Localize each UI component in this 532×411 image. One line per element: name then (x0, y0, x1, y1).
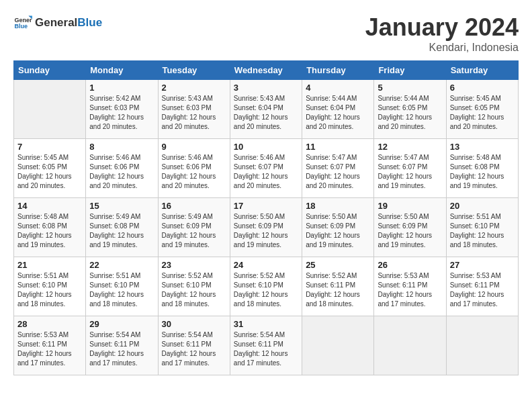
calendar-cell: 16Sunrise: 5:49 AM Sunset: 6:09 PM Dayli… (158, 198, 230, 257)
day-number: 25 (306, 260, 370, 270)
calendar-cell: 28Sunrise: 5:53 AM Sunset: 6:11 PM Dayli… (14, 316, 86, 375)
day-info: Sunrise: 5:51 AM Sunset: 6:10 PM Dayligh… (17, 271, 82, 309)
day-info: Sunrise: 5:50 AM Sunset: 6:09 PM Dayligh… (234, 212, 298, 250)
calendar-cell: 4Sunrise: 5:44 AM Sunset: 6:04 PM Daylig… (302, 80, 374, 139)
calendar-cell: 10Sunrise: 5:46 AM Sunset: 6:07 PM Dayli… (230, 139, 302, 198)
calendar-cell: 27Sunrise: 5:53 AM Sunset: 6:11 PM Dayli… (446, 257, 518, 316)
header-wednesday: Wednesday (230, 61, 302, 80)
logo: General Blue GeneralBlue (13, 13, 102, 32)
day-number: 20 (450, 201, 515, 211)
day-number: 2 (162, 83, 226, 93)
day-number: 19 (378, 201, 442, 211)
logo-text: GeneralBlue (35, 17, 102, 30)
day-info: Sunrise: 5:52 AM Sunset: 6:10 PM Dayligh… (234, 271, 298, 309)
calendar-cell: 24Sunrise: 5:52 AM Sunset: 6:10 PM Dayli… (230, 257, 302, 316)
calendar-cell: 25Sunrise: 5:52 AM Sunset: 6:11 PM Dayli… (302, 257, 374, 316)
calendar-cell: 7Sunrise: 5:45 AM Sunset: 6:05 PM Daylig… (14, 139, 86, 198)
day-info: Sunrise: 5:46 AM Sunset: 6:07 PM Dayligh… (234, 153, 298, 191)
day-info: Sunrise: 5:49 AM Sunset: 6:08 PM Dayligh… (89, 212, 154, 250)
day-number: 3 (234, 83, 298, 93)
day-number: 7 (17, 142, 82, 152)
calendar-cell: 29Sunrise: 5:54 AM Sunset: 6:11 PM Dayli… (86, 316, 158, 375)
day-number: 26 (378, 260, 442, 270)
calendar-cell: 14Sunrise: 5:48 AM Sunset: 6:08 PM Dayli… (14, 198, 86, 257)
logo-general: General (35, 16, 77, 29)
day-number: 9 (162, 142, 226, 152)
day-info: Sunrise: 5:53 AM Sunset: 6:11 PM Dayligh… (450, 271, 515, 309)
logo-icon: General Blue (13, 13, 32, 32)
calendar-cell: 13Sunrise: 5:48 AM Sunset: 6:08 PM Dayli… (446, 139, 518, 198)
day-number: 5 (378, 83, 442, 93)
day-number: 6 (450, 83, 515, 93)
day-info: Sunrise: 5:43 AM Sunset: 6:03 PM Dayligh… (162, 94, 226, 132)
day-number: 18 (306, 201, 370, 211)
calendar-cell (14, 80, 86, 139)
calendar-cell: 30Sunrise: 5:54 AM Sunset: 6:11 PM Dayli… (158, 316, 230, 375)
header-monday: Monday (86, 61, 158, 80)
calendar-week-row: 28Sunrise: 5:53 AM Sunset: 6:11 PM Dayli… (14, 316, 519, 375)
day-info: Sunrise: 5:47 AM Sunset: 6:07 PM Dayligh… (378, 153, 442, 191)
day-number: 14 (17, 201, 82, 211)
day-number: 21 (17, 260, 82, 270)
calendar-week-row: 14Sunrise: 5:48 AM Sunset: 6:08 PM Dayli… (14, 198, 519, 257)
day-info: Sunrise: 5:51 AM Sunset: 6:10 PM Dayligh… (89, 271, 154, 309)
logo-blue: Blue (77, 16, 102, 29)
day-number: 8 (89, 142, 154, 152)
calendar-cell: 11Sunrise: 5:47 AM Sunset: 6:07 PM Dayli… (302, 139, 374, 198)
calendar-cell: 12Sunrise: 5:47 AM Sunset: 6:07 PM Dayli… (374, 139, 446, 198)
day-number: 11 (306, 142, 370, 152)
calendar-cell: 31Sunrise: 5:54 AM Sunset: 6:11 PM Dayli… (230, 316, 302, 375)
calendar-title: January 2024 (365, 13, 519, 42)
day-number: 24 (234, 260, 298, 270)
calendar-cell: 9Sunrise: 5:46 AM Sunset: 6:06 PM Daylig… (158, 139, 230, 198)
calendar-cell: 15Sunrise: 5:49 AM Sunset: 6:08 PM Dayli… (86, 198, 158, 257)
calendar-cell: 20Sunrise: 5:51 AM Sunset: 6:10 PM Dayli… (446, 198, 518, 257)
day-number: 28 (17, 319, 82, 329)
svg-text:Blue: Blue (14, 23, 28, 30)
day-info: Sunrise: 5:45 AM Sunset: 6:05 PM Dayligh… (17, 153, 82, 191)
calendar-cell: 1Sunrise: 5:42 AM Sunset: 6:03 PM Daylig… (86, 80, 158, 139)
header-sunday: Sunday (14, 61, 86, 80)
day-info: Sunrise: 5:50 AM Sunset: 6:09 PM Dayligh… (306, 212, 370, 250)
day-info: Sunrise: 5:52 AM Sunset: 6:10 PM Dayligh… (162, 271, 226, 309)
calendar-table: SundayMondayTuesdayWednesdayThursdayFrid… (13, 60, 519, 375)
header-thursday: Thursday (302, 61, 374, 80)
calendar-cell: 2Sunrise: 5:43 AM Sunset: 6:03 PM Daylig… (158, 80, 230, 139)
calendar-cell: 6Sunrise: 5:45 AM Sunset: 6:05 PM Daylig… (446, 80, 518, 139)
day-number: 31 (234, 319, 298, 329)
day-number: 15 (89, 201, 154, 211)
day-info: Sunrise: 5:46 AM Sunset: 6:06 PM Dayligh… (162, 153, 226, 191)
svg-text:General: General (14, 17, 32, 24)
calendar-week-row: 21Sunrise: 5:51 AM Sunset: 6:10 PM Dayli… (14, 257, 519, 316)
calendar-cell (374, 316, 446, 375)
day-number: 10 (234, 142, 298, 152)
day-info: Sunrise: 5:48 AM Sunset: 6:08 PM Dayligh… (17, 212, 82, 250)
day-number: 13 (450, 142, 515, 152)
day-info: Sunrise: 5:44 AM Sunset: 6:04 PM Dayligh… (306, 94, 370, 132)
header-friday: Friday (374, 61, 446, 80)
day-info: Sunrise: 5:53 AM Sunset: 6:11 PM Dayligh… (17, 330, 82, 368)
day-info: Sunrise: 5:50 AM Sunset: 6:09 PM Dayligh… (378, 212, 442, 250)
header-tuesday: Tuesday (158, 61, 230, 80)
calendar-cell (446, 316, 518, 375)
day-info: Sunrise: 5:45 AM Sunset: 6:05 PM Dayligh… (450, 94, 515, 132)
calendar-week-row: 1Sunrise: 5:42 AM Sunset: 6:03 PM Daylig… (14, 80, 519, 139)
calendar-cell: 22Sunrise: 5:51 AM Sunset: 6:10 PM Dayli… (86, 257, 158, 316)
title-block: January 2024 Kendari, Indonesia (365, 13, 519, 54)
day-info: Sunrise: 5:53 AM Sunset: 6:11 PM Dayligh… (378, 271, 442, 309)
calendar-cell: 17Sunrise: 5:50 AM Sunset: 6:09 PM Dayli… (230, 198, 302, 257)
calendar-cell: 26Sunrise: 5:53 AM Sunset: 6:11 PM Dayli… (374, 257, 446, 316)
calendar-cell: 23Sunrise: 5:52 AM Sunset: 6:10 PM Dayli… (158, 257, 230, 316)
calendar-body: 1Sunrise: 5:42 AM Sunset: 6:03 PM Daylig… (14, 80, 519, 375)
day-info: Sunrise: 5:42 AM Sunset: 6:03 PM Dayligh… (89, 94, 154, 132)
day-info: Sunrise: 5:54 AM Sunset: 6:11 PM Dayligh… (162, 330, 226, 368)
day-info: Sunrise: 5:43 AM Sunset: 6:04 PM Dayligh… (234, 94, 298, 132)
day-number: 30 (162, 319, 226, 329)
day-info: Sunrise: 5:54 AM Sunset: 6:11 PM Dayligh… (234, 330, 298, 368)
calendar-cell (302, 316, 374, 375)
day-info: Sunrise: 5:49 AM Sunset: 6:09 PM Dayligh… (162, 212, 226, 250)
calendar-header-row: SundayMondayTuesdayWednesdayThursdayFrid… (14, 61, 519, 80)
day-info: Sunrise: 5:48 AM Sunset: 6:08 PM Dayligh… (450, 153, 515, 191)
calendar-cell: 8Sunrise: 5:46 AM Sunset: 6:06 PM Daylig… (86, 139, 158, 198)
day-info: Sunrise: 5:52 AM Sunset: 6:11 PM Dayligh… (306, 271, 370, 309)
